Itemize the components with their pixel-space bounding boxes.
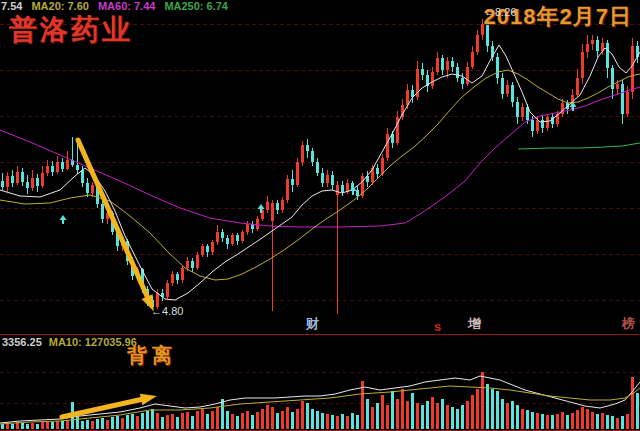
volume-value: 3356.25 [2,337,42,348]
volume-ma10-label: MA10: 127035.96 [49,337,137,348]
ma250-label: MA250: 6.74 [164,1,228,12]
peak-price-value: 8.26 [495,6,516,18]
watermark-char: s [434,320,441,333]
watermark-char: 增 [468,317,481,330]
low-price-value: 4.80 [162,305,183,317]
watermark-char: 财 [306,317,319,330]
ma10-value: 7.54 [1,1,22,12]
left-arrow-icon: ← [151,305,162,317]
stock-chart-window: 7.54 MA20: 7.60 MA60: 7.44 MA250: 6.74 普… [0,0,640,431]
ma-legend: 7.54 MA20: 7.60 MA60: 7.44 MA250: 6.74 [1,1,228,12]
stock-name-title: 普洛药业 [9,16,133,44]
left-arrow-icon: ← [484,6,495,18]
volume-legend: 3356.25 MA10: 127035.96 [2,337,137,348]
kline-volume-chart[interactable] [0,0,640,431]
low-price-callout: ←4.80 [151,306,183,317]
ma60-label: MA60: 7.44 [98,1,155,12]
watermark-char: 榜 [622,317,635,330]
peak-price-callout: ←8.26 [484,7,516,18]
ma20-label: MA20: 7.60 [31,1,88,12]
divergence-annotation: 背离 [127,345,177,365]
